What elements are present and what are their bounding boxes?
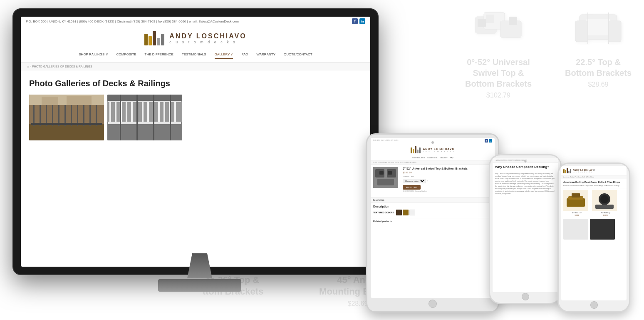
logo-bar-1 xyxy=(144,34,148,45)
phone1-body-text: Why Choose Composite Decking Composite d… xyxy=(493,171,558,197)
swatch-dark-brown xyxy=(396,210,402,215)
phone1-home-button[interactable] xyxy=(522,293,529,300)
nav-faq[interactable]: FAQ xyxy=(241,52,248,59)
tablet-add-cart-button[interactable]: ADD TO CART xyxy=(403,185,421,190)
phone1: « WHY CHOOSE COMPOSITE DECKING? Why Choo… xyxy=(489,154,562,304)
svg-rect-8 xyxy=(575,21,588,42)
bg-product-22deg: 22.5° Top & Bottom Brackets $28.69 xyxy=(561,8,636,99)
bg-product-1-title: 0°-52° Universal Swivel Top & Bottom Bra… xyxy=(461,57,536,89)
tablet-product-image xyxy=(373,167,398,188)
tablet-logo: ANDY LOSCHIAVO c u s t o m d e c k s xyxy=(371,144,495,155)
svg-rect-35 xyxy=(126,101,127,124)
svg-rect-36 xyxy=(131,101,133,124)
tablet-logo-name: ANDY LOSCHIAVO xyxy=(423,148,455,150)
tablet-product-price: $102.79 xyxy=(403,171,468,174)
swivel-bracket-image xyxy=(461,8,536,52)
nav-composite[interactable]: COMPOSITE xyxy=(116,52,136,59)
p2-bar-2 xyxy=(565,170,566,173)
gallery-image-2[interactable] xyxy=(107,95,182,140)
tablet-color-select[interactable]: Choose an option xyxy=(403,179,426,183)
swatch-brown xyxy=(403,210,409,215)
tablet-contact: P.O. BOX 556 | UNION, KY 41091 xyxy=(373,139,399,142)
phone2-home-button[interactable] xyxy=(590,301,598,309)
svg-rect-38 xyxy=(142,101,144,124)
breadcrumb-home: ⌂ » xyxy=(27,65,31,68)
svg-rect-33 xyxy=(115,101,116,124)
svg-rect-57 xyxy=(388,171,392,175)
svg-rect-22 xyxy=(83,103,84,126)
phone1-page-title: Why Choose Composite Decking? xyxy=(493,163,558,171)
tablet-li-icon: in xyxy=(489,139,492,142)
tablet-desc-title: Description xyxy=(373,205,492,208)
svg-point-65 xyxy=(600,195,609,203)
bg-product-2-title: 22.5° Top & Bottom Brackets xyxy=(561,57,636,78)
tablet-related: Related products xyxy=(371,218,495,224)
svg-rect-48 xyxy=(120,95,121,140)
phone2: ANDY LOSCHIAVO c u s t o m d e c k s Ame… xyxy=(557,162,630,312)
phone2-header: ANDY LOSCHIAVO c u s t o m d e c k s xyxy=(561,166,627,175)
svg-rect-17 xyxy=(52,103,53,126)
svg-rect-26 xyxy=(31,123,102,125)
contact-info: P.O. BOX 556 | UNION, KY 41091 | (866) 4… xyxy=(26,20,239,23)
phone2-logo-bars xyxy=(563,168,571,173)
nav-difference[interactable]: THE DIFFERENCE xyxy=(145,52,173,59)
tablet-fb-icon: f xyxy=(485,139,488,142)
nav-testimonials[interactable]: TESTIMONIALS xyxy=(182,52,206,59)
tablet-logo-bars xyxy=(411,146,421,153)
phone2-product-ball-cap: 2¼" Ball Cap $13.37 xyxy=(592,190,619,216)
nav-warranty[interactable]: WARRANTY xyxy=(257,52,275,59)
svg-rect-64 xyxy=(595,205,614,209)
phone2-product-4-img xyxy=(590,219,615,240)
t-nav-2[interactable]: COMPOSITE xyxy=(427,157,437,159)
tablet-feature-label: Featured Color xyxy=(403,175,468,178)
phone2-logo-text: ANDY LOSCHIAVO c u s t o m d e c k s xyxy=(573,169,594,173)
tablet-product-area: 0°-52° Universal Swivel Top & Bottom Bra… xyxy=(371,165,495,195)
svg-rect-42 xyxy=(163,101,165,124)
svg-rect-13 xyxy=(29,124,104,140)
phone2-ball-cap-image xyxy=(592,190,617,211)
phone2-product-2-price: $13.37 xyxy=(592,214,619,216)
t-nav-1[interactable]: SHOP RAILINGS xyxy=(412,157,425,159)
svg-rect-2 xyxy=(478,19,486,27)
svg-rect-32 xyxy=(109,101,111,124)
tablet-logo-sub: c u s t o m d e c k s xyxy=(423,150,455,152)
monitor-stand-base xyxy=(158,279,241,292)
nav-quote[interactable]: QUOTE/CONTACT xyxy=(284,52,312,59)
svg-rect-20 xyxy=(71,103,72,126)
t-bar-4 xyxy=(417,150,419,153)
gallery-image-1[interactable] xyxy=(29,95,104,140)
t-nav-3[interactable]: GALLERY xyxy=(440,157,447,159)
logo-bars xyxy=(144,31,164,45)
tablet-home-button[interactable] xyxy=(429,300,437,308)
svg-rect-28 xyxy=(42,97,58,105)
linkedin-icon[interactable]: in xyxy=(359,18,365,24)
monitor-frame: P.O. BOX 556 | UNION, KY 41091 | (866) 4… xyxy=(12,8,379,275)
tablet-logo-text: ANDY LOSCHIAVO c u s t o m d e c k s xyxy=(423,148,455,152)
svg-rect-24 xyxy=(96,103,97,126)
22deg-bracket-image xyxy=(561,8,636,52)
svg-rect-29 xyxy=(67,96,92,105)
phone1-screen: « WHY CHOOSE COMPOSITE DECKING? Why Choo… xyxy=(493,158,558,292)
logo-bar-4 xyxy=(157,38,160,45)
nav-shop-railings[interactable]: SHOP RAILINGS ∨ xyxy=(79,52,108,59)
gallery-grid xyxy=(29,95,362,140)
t-nav-4[interactable]: FAQ xyxy=(450,157,453,159)
t-bar-2 xyxy=(413,149,414,153)
svg-rect-56 xyxy=(379,171,384,175)
svg-rect-18 xyxy=(58,103,59,126)
logo-name: ANDY LOSCHIAVO xyxy=(169,32,246,40)
phone2-product-3-img xyxy=(563,219,588,240)
phone2-section-title: American Railing Post Caps, Balls & Trim… xyxy=(561,179,627,184)
svg-rect-5 xyxy=(509,17,517,25)
facebook-icon[interactable]: f xyxy=(352,18,358,24)
logo-bar-5 xyxy=(161,34,164,45)
nav-gallery[interactable]: GALLERY ∨ xyxy=(215,52,233,59)
background-products-top: 0°-52° Universal Swivel Top & Bottom Bra… xyxy=(461,8,636,99)
svg-rect-14 xyxy=(33,103,35,126)
svg-rect-55 xyxy=(377,179,394,185)
phone2-flat-cap-image xyxy=(563,190,588,211)
phone2-product-grid: 2½" Flat Cap $4.91 2¼" Ball Cap $13.37 xyxy=(561,188,627,218)
svg-rect-39 xyxy=(147,101,149,124)
logo-bar-2 xyxy=(149,36,152,45)
tablet-desc-tab[interactable]: Description xyxy=(371,198,495,203)
